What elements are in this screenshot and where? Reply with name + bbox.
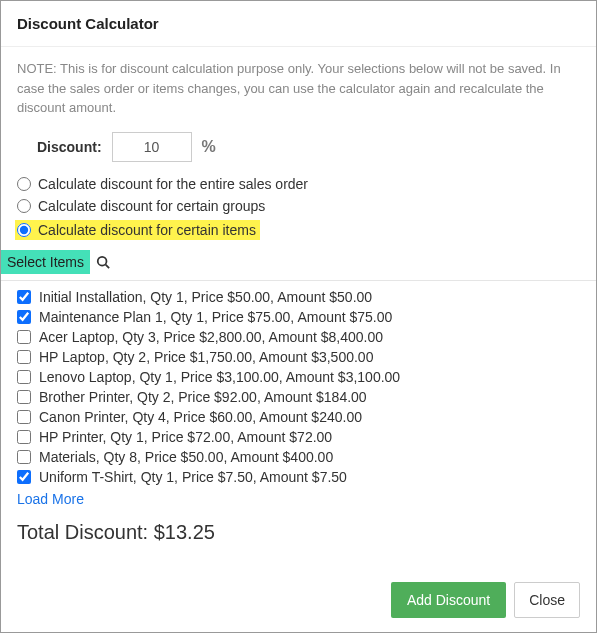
radio-certain-items[interactable]: Calculate discount for certain items <box>15 220 260 240</box>
select-items-row: Select Items <box>1 250 580 274</box>
item-row[interactable]: Acer Laptop, Qty 3, Price $2,800.00, Amo… <box>17 327 580 347</box>
discount-label: Discount: <box>37 139 102 155</box>
item-label: Materials, Qty 8, Price $50.00, Amount $… <box>39 449 333 465</box>
add-discount-button[interactable]: Add Discount <box>391 582 506 618</box>
radio-certain-items-input[interactable] <box>17 223 31 237</box>
note-text: NOTE: This is for discount calculation p… <box>17 59 580 118</box>
dialog-header: Discount Calculator <box>1 1 596 47</box>
item-row[interactable]: HP Printer, Qty 1, Price $72.00, Amount … <box>17 427 580 447</box>
svg-line-1 <box>106 264 110 268</box>
item-row[interactable]: HP Laptop, Qty 2, Price $1,750.00, Amoun… <box>17 347 580 367</box>
item-label: Lenovo Laptop, Qty 1, Price $3,100.00, A… <box>39 369 400 385</box>
item-label: HP Printer, Qty 1, Price $72.00, Amount … <box>39 429 332 445</box>
item-checkbox[interactable] <box>17 290 31 304</box>
radio-certain-groups-label: Calculate discount for certain groups <box>38 198 265 214</box>
total-discount: Total Discount: $13.25 <box>17 521 580 544</box>
item-checkbox[interactable] <box>17 410 31 424</box>
svg-point-0 <box>98 256 107 265</box>
item-row[interactable]: Lenovo Laptop, Qty 1, Price $3,100.00, A… <box>17 367 580 387</box>
item-row[interactable]: Brother Printer, Qty 2, Price $92.00, Am… <box>17 387 580 407</box>
item-checkbox[interactable] <box>17 330 31 344</box>
item-label: Maintenance Plan 1, Qty 1, Price $75.00,… <box>39 309 392 325</box>
discount-row: Discount: % <box>37 132 580 162</box>
item-checkbox[interactable] <box>17 370 31 384</box>
dialog-footer: Add Discount Close <box>391 582 580 618</box>
item-checkbox[interactable] <box>17 470 31 484</box>
close-button[interactable]: Close <box>514 582 580 618</box>
item-row[interactable]: Materials, Qty 8, Price $50.00, Amount $… <box>17 447 580 467</box>
item-checkbox[interactable] <box>17 390 31 404</box>
item-label: Initial Installation, Qty 1, Price $50.0… <box>39 289 372 305</box>
select-items-button[interactable]: Select Items <box>1 250 90 274</box>
item-checkbox[interactable] <box>17 450 31 464</box>
item-checkbox[interactable] <box>17 310 31 324</box>
item-label: HP Laptop, Qty 2, Price $1,750.00, Amoun… <box>39 349 373 365</box>
dialog-content: NOTE: This is for discount calculation p… <box>1 47 596 558</box>
dialog-title: Discount Calculator <box>17 15 580 32</box>
search-icon[interactable] <box>96 255 110 269</box>
radio-certain-groups-input[interactable] <box>17 199 31 213</box>
item-label: Canon Printer, Qty 4, Price $60.00, Amou… <box>39 409 362 425</box>
radio-certain-items-label: Calculate discount for certain items <box>38 222 256 238</box>
radio-entire-order[interactable]: Calculate discount for the entire sales … <box>17 176 308 192</box>
radio-entire-order-label: Calculate discount for the entire sales … <box>38 176 308 192</box>
item-label: Uniform T-Shirt, Qty 1, Price $7.50, Amo… <box>39 469 347 485</box>
item-row[interactable]: Initial Installation, Qty 1, Price $50.0… <box>17 287 580 307</box>
items-list: Initial Installation, Qty 1, Price $50.0… <box>1 280 596 487</box>
radio-entire-order-input[interactable] <box>17 177 31 191</box>
percent-symbol: % <box>202 138 216 156</box>
radio-group: Calculate discount for the entire sales … <box>17 176 580 240</box>
item-label: Brother Printer, Qty 2, Price $92.00, Am… <box>39 389 367 405</box>
item-row[interactable]: Maintenance Plan 1, Qty 1, Price $75.00,… <box>17 307 580 327</box>
radio-certain-groups[interactable]: Calculate discount for certain groups <box>17 198 265 214</box>
item-checkbox[interactable] <box>17 430 31 444</box>
item-checkbox[interactable] <box>17 350 31 364</box>
item-row[interactable]: Canon Printer, Qty 4, Price $60.00, Amou… <box>17 407 580 427</box>
item-label: Acer Laptop, Qty 3, Price $2,800.00, Amo… <box>39 329 383 345</box>
item-row[interactable]: Uniform T-Shirt, Qty 1, Price $7.50, Amo… <box>17 467 580 487</box>
discount-input[interactable] <box>112 132 192 162</box>
load-more-link[interactable]: Load More <box>17 491 84 507</box>
